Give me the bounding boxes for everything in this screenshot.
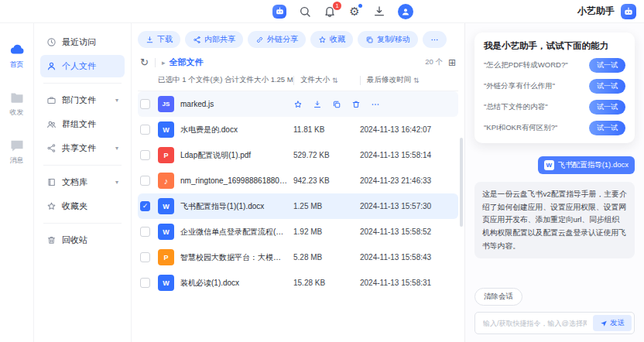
- file-name[interactable]: 企业微信单点登录配置流程(1).doc: [180, 227, 293, 238]
- file-size: 1.25 MB: [293, 202, 360, 210]
- more-icon[interactable]: [371, 100, 380, 109]
- sidebar-item-shared-files[interactable]: 共享文件 ▾: [40, 137, 125, 159]
- sidebar-item-label: 回收站: [62, 234, 87, 246]
- file-name[interactable]: 水电费是的.docx: [180, 125, 293, 135]
- row-checkbox[interactable]: [140, 227, 150, 237]
- sidebar-item-group-files[interactable]: 群组文件: [40, 113, 125, 135]
- file-name[interactable]: nm_ringtone_1699888618801.mp3: [180, 176, 293, 185]
- send-button[interactable]: 发送: [593, 315, 632, 331]
- rail-item-label: 消息: [10, 156, 24, 166]
- row-actions: [293, 100, 456, 109]
- file-name[interactable]: marked.js: [180, 100, 293, 108]
- table-row[interactable]: P 智慧校园大数据平台：大模型与数据要素的融... 5.28 MB 2024-1…: [138, 245, 458, 270]
- rail-item-home[interactable]: 首页: [9, 42, 25, 70]
- sidebar-item-document-library[interactable]: 文档库 ▾: [40, 171, 125, 193]
- row-checkbox[interactable]: [140, 252, 150, 262]
- external-link-share-button[interactable]: 外链分享: [248, 31, 306, 48]
- chevron-down-icon[interactable]: ▾: [115, 97, 118, 104]
- assistant-intro-card: 我是小艺助手，试试下面的能力 "怎么把PDF转成WORD?" 试一试 "外链分享…: [474, 32, 635, 143]
- button-label: 复制/移动: [377, 34, 410, 45]
- row-checkbox-checked[interactable]: ✓: [140, 201, 150, 211]
- list-header: 已选中 1 个文件(夹) 合计文件大小 1.25 MB 文件大小 ⇅ 最后修改时…: [138, 75, 458, 91]
- more-button[interactable]: [423, 31, 447, 48]
- favorite-button[interactable]: 收藏: [310, 31, 353, 48]
- file-name[interactable]: Ldap配置说明(1).pdf: [180, 150, 293, 161]
- rail-item-transfer[interactable]: 收发: [9, 90, 25, 118]
- copy-icon[interactable]: [332, 100, 341, 109]
- download-icon[interactable]: [373, 5, 385, 18]
- chat-input[interactable]: [481, 319, 588, 328]
- message-icon: [9, 138, 25, 153]
- sidebar-item-department-files[interactable]: 部门文件 ▾: [40, 89, 125, 111]
- rail-item-messages[interactable]: 消息: [9, 138, 25, 166]
- column-header-modified[interactable]: 最后修改时间 ⇅: [360, 75, 456, 85]
- sidebar-item-personal-files[interactable]: 个人文件: [40, 55, 125, 77]
- row-checkbox[interactable]: [140, 99, 150, 109]
- suggestion-row: "总结下文件的内容" 试一试: [484, 100, 625, 115]
- scrollbar[interactable]: [460, 138, 463, 227]
- breadcrumb[interactable]: 全部文件: [169, 56, 203, 68]
- file-size: 11.81 KB: [293, 125, 360, 134]
- sidebar-item-recycle-bin[interactable]: 回收站: [40, 229, 125, 251]
- sort-icon[interactable]: ⇅: [413, 77, 420, 84]
- sidebar-item-label: 收藏夹: [62, 200, 87, 212]
- word-file-icon: W: [158, 224, 174, 240]
- share-icon: [46, 143, 57, 153]
- try-button[interactable]: 试一试: [589, 121, 625, 135]
- more-icon: [430, 36, 439, 44]
- row-checkbox[interactable]: [140, 278, 150, 288]
- search-icon[interactable]: [299, 5, 311, 18]
- file-size: 5.28 MB: [293, 253, 360, 262]
- file-list-panel: 下载 内部共享 外链分享 收藏 复制/移动: [132, 23, 464, 342]
- table-row[interactable]: W 企业微信单点登录配置流程(1).doc 1.92 MB 2024-11-13…: [138, 219, 458, 245]
- file-attachment-chip[interactable]: W 飞书配置指导(1).docx: [538, 156, 635, 174]
- try-button[interactable]: 试一试: [589, 79, 625, 94]
- file-name[interactable]: 装机必读(1).docx: [180, 278, 293, 289]
- download-button[interactable]: 下载: [138, 31, 180, 48]
- internal-share-button[interactable]: 内部共享: [185, 31, 243, 48]
- assistant-avatar-icon[interactable]: [621, 4, 636, 19]
- row-checkbox[interactable]: [140, 125, 150, 135]
- grid-view-icon[interactable]: ⊞: [448, 58, 456, 67]
- chat-input-row: 发送: [474, 312, 635, 334]
- file-modified: 2024-11-13 15:58:52: [360, 227, 456, 236]
- refresh-icon[interactable]: ↻: [140, 57, 149, 67]
- file-size: 529.72 KB: [293, 151, 360, 159]
- clear-session-button[interactable]: 清除会话: [474, 288, 522, 306]
- assistant-panel: 我是小艺助手，试试下面的能力 "怎么把PDF转成WORD?" 试一试 "外链分享…: [464, 23, 644, 342]
- try-button[interactable]: 试一试: [589, 100, 625, 115]
- row-checkbox[interactable]: [140, 176, 150, 186]
- favorite-icon[interactable]: [293, 100, 303, 109]
- send-label: 发送: [610, 318, 625, 328]
- table-row[interactable]: ✓ W 飞书配置指导(1)(1).docx 1.25 MB 2024-11-13…: [138, 193, 458, 219]
- try-button[interactable]: 试一试: [589, 58, 625, 73]
- gear-icon[interactable]: ⚙: [348, 5, 361, 18]
- chevron-down-icon[interactable]: ▾: [115, 145, 118, 152]
- file-name[interactable]: 智慧校园大数据平台：大模型与数据要素的融...: [180, 252, 293, 263]
- file-name[interactable]: 飞书配置指导(1)(1).docx: [180, 201, 293, 212]
- copy-move-button[interactable]: 复制/移动: [358, 31, 418, 48]
- table-row[interactable]: W 水电费是的.docx 11.81 KB 2024-11-13 16:42:0…: [138, 117, 458, 142]
- file-modified: 2024-11-13 15:57:30: [360, 202, 456, 210]
- file-modified: 2024-11-23 21:46:33: [360, 176, 456, 185]
- table-row[interactable]: W 装机必读(1).docx 15.28 KB 2024-11-13 15:58…: [138, 270, 458, 296]
- word-file-icon: W: [158, 121, 174, 138]
- table-row[interactable]: JS marked.js: [138, 91, 458, 117]
- delete-icon[interactable]: [351, 100, 361, 109]
- sort-icon[interactable]: ⇅: [332, 77, 338, 84]
- table-row[interactable]: ♪ nm_ringtone_1699888618801.mp3 942.23 K…: [138, 168, 458, 193]
- bell-icon[interactable]: 1: [324, 5, 336, 18]
- chevron-down-icon[interactable]: ▾: [115, 179, 118, 186]
- attachment-name: 飞书配置指导(1).docx: [558, 160, 629, 170]
- person-icon: [46, 61, 57, 71]
- rail-item-label: 收发: [10, 108, 24, 118]
- avatar[interactable]: [398, 4, 413, 19]
- column-header-size[interactable]: 文件大小 ⇅: [293, 75, 360, 85]
- download-icon[interactable]: [313, 100, 322, 109]
- sidebar-item-recent[interactable]: 最近访问: [40, 31, 125, 53]
- row-checkbox[interactable]: [140, 150, 150, 160]
- assistant-app-icon[interactable]: [272, 5, 286, 19]
- sidebar-item-favorites[interactable]: 收藏夹: [40, 195, 125, 217]
- topbar-icon-cluster: 1 ⚙: [272, 0, 413, 22]
- table-row[interactable]: P Ldap配置说明(1).pdf 529.72 KB 2024-11-13 1…: [138, 142, 458, 168]
